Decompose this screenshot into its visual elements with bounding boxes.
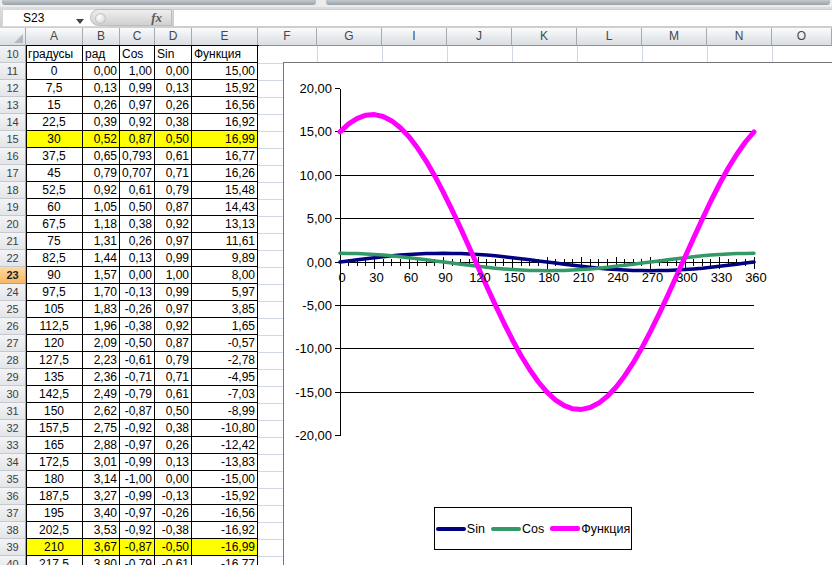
cell-A32[interactable]: 157,5: [26, 420, 83, 437]
cell-C40[interactable]: -0,79: [120, 556, 155, 565]
cell-E35[interactable]: -15,00: [192, 471, 258, 488]
legend-item-функция[interactable]: Функция: [550, 522, 630, 536]
row-header-38[interactable]: 38: [0, 522, 26, 539]
cell-D29[interactable]: 0,71: [155, 369, 192, 386]
cell-D33[interactable]: 0,26: [155, 437, 192, 454]
cell-B26[interactable]: 1,96: [83, 318, 120, 335]
cell-E33[interactable]: -12,42: [192, 437, 258, 454]
row-header-28[interactable]: 28: [0, 352, 26, 369]
cell-D26[interactable]: 0,92: [155, 318, 192, 335]
cell-A16[interactable]: 37,5: [26, 148, 83, 165]
cell-C34[interactable]: -0,99: [120, 454, 155, 471]
cell-B38[interactable]: 3,53: [83, 522, 120, 539]
cell-D22[interactable]: 0,99: [155, 250, 192, 267]
cell-A23[interactable]: 90: [26, 267, 83, 284]
row-header-36[interactable]: 36: [0, 488, 26, 505]
row-header-37[interactable]: 37: [0, 505, 26, 522]
cell-B27[interactable]: 2,09: [83, 335, 120, 352]
column-header-L[interactable]: L: [577, 28, 642, 46]
cell-D15[interactable]: 0,50: [155, 131, 192, 148]
cell-E11[interactable]: 15,00: [192, 63, 258, 80]
cell-B25[interactable]: 1,83: [83, 301, 120, 318]
column-header-J[interactable]: J: [447, 28, 512, 46]
cell-C18[interactable]: 0,61: [120, 182, 155, 199]
cell-A26[interactable]: 112,5: [26, 318, 83, 335]
cell-A20[interactable]: 67,5: [26, 216, 83, 233]
column-header-C[interactable]: C: [120, 28, 155, 46]
cell-E38[interactable]: -16,92: [192, 522, 258, 539]
cell-B33[interactable]: 2,88: [83, 437, 120, 454]
cell-A13[interactable]: 15: [26, 97, 83, 114]
cell-B22[interactable]: 1,44: [83, 250, 120, 267]
cell-B10[interactable]: рад: [83, 46, 120, 63]
cell-D31[interactable]: 0,50: [155, 403, 192, 420]
cell-C32[interactable]: -0,92: [120, 420, 155, 437]
cell-D39[interactable]: -0,50: [155, 539, 192, 556]
row-header-24[interactable]: 24: [0, 284, 26, 301]
cell-C31[interactable]: -0,87: [120, 403, 155, 420]
cell-B40[interactable]: 3,80: [83, 556, 120, 565]
column-header-G[interactable]: G: [317, 28, 382, 46]
row-header-13[interactable]: 13: [0, 97, 26, 114]
cell-B20[interactable]: 1,18: [83, 216, 120, 233]
row-header-32[interactable]: 32: [0, 420, 26, 437]
cell-D16[interactable]: 0,61: [155, 148, 192, 165]
cell-A25[interactable]: 105: [26, 301, 83, 318]
cell-E22[interactable]: 9,89: [192, 250, 258, 267]
name-box-dropdown-icon[interactable]: [76, 19, 84, 24]
row-header-12[interactable]: 12: [0, 80, 26, 97]
cell-D25[interactable]: 0,97: [155, 301, 192, 318]
column-header-E[interactable]: E: [192, 28, 258, 46]
row-header-40[interactable]: 40: [0, 556, 26, 565]
legend-item-sin[interactable]: Sin: [436, 522, 485, 536]
cell-A38[interactable]: 202,5: [26, 522, 83, 539]
cell-B21[interactable]: 1,31: [83, 233, 120, 250]
cell-D21[interactable]: 0,97: [155, 233, 192, 250]
cell-E18[interactable]: 15,48: [192, 182, 258, 199]
cell-A33[interactable]: 165: [26, 437, 83, 454]
cell-E30[interactable]: -7,03: [192, 386, 258, 403]
formula-bar-input[interactable]: [173, 9, 832, 27]
cell-E37[interactable]: -16,56: [192, 505, 258, 522]
cell-E23[interactable]: 8,00: [192, 267, 258, 284]
cell-C11[interactable]: 1,00: [120, 63, 155, 80]
cell-B28[interactable]: 2,23: [83, 352, 120, 369]
cell-E26[interactable]: 1,65: [192, 318, 258, 335]
cell-A22[interactable]: 82,5: [26, 250, 83, 267]
cell-A40[interactable]: 217,5: [26, 556, 83, 565]
cell-B32[interactable]: 2,75: [83, 420, 120, 437]
cell-D34[interactable]: 0,13: [155, 454, 192, 471]
cell-C26[interactable]: -0,38: [120, 318, 155, 335]
cell-B37[interactable]: 3,40: [83, 505, 120, 522]
row-header-35[interactable]: 35: [0, 471, 26, 488]
cell-E29[interactable]: -4,95: [192, 369, 258, 386]
cell-D35[interactable]: 0,00: [155, 471, 192, 488]
cell-D11[interactable]: 0,00: [155, 63, 192, 80]
row-header-14[interactable]: 14: [0, 114, 26, 131]
column-header-K[interactable]: K: [512, 28, 577, 46]
cell-B36[interactable]: 3,27: [83, 488, 120, 505]
cell-D12[interactable]: 0,13: [155, 80, 192, 97]
cell-E24[interactable]: 5,97: [192, 284, 258, 301]
column-header-F[interactable]: F: [258, 28, 317, 46]
row-header-19[interactable]: 19: [0, 199, 26, 216]
cell-B13[interactable]: 0,26: [83, 97, 120, 114]
row-header-29[interactable]: 29: [0, 369, 26, 386]
cell-B31[interactable]: 2,62: [83, 403, 120, 420]
cell-D28[interactable]: 0,79: [155, 352, 192, 369]
column-header-I[interactable]: I: [382, 28, 447, 46]
cell-A11[interactable]: 0: [26, 63, 83, 80]
insert-function-button[interactable]: fx: [90, 9, 172, 26]
cell-E25[interactable]: 3,85: [192, 301, 258, 318]
cell-C29[interactable]: -0,71: [120, 369, 155, 386]
cell-C19[interactable]: 0,50: [120, 199, 155, 216]
column-header-M[interactable]: M: [642, 28, 707, 46]
cell-B34[interactable]: 3,01: [83, 454, 120, 471]
cell-D30[interactable]: 0,61: [155, 386, 192, 403]
cell-C28[interactable]: -0,61: [120, 352, 155, 369]
cell-B29[interactable]: 2,36: [83, 369, 120, 386]
cell-D32[interactable]: 0,38: [155, 420, 192, 437]
cell-A18[interactable]: 52,5: [26, 182, 83, 199]
cell-A12[interactable]: 7,5: [26, 80, 83, 97]
row-header-39[interactable]: 39: [0, 539, 26, 556]
